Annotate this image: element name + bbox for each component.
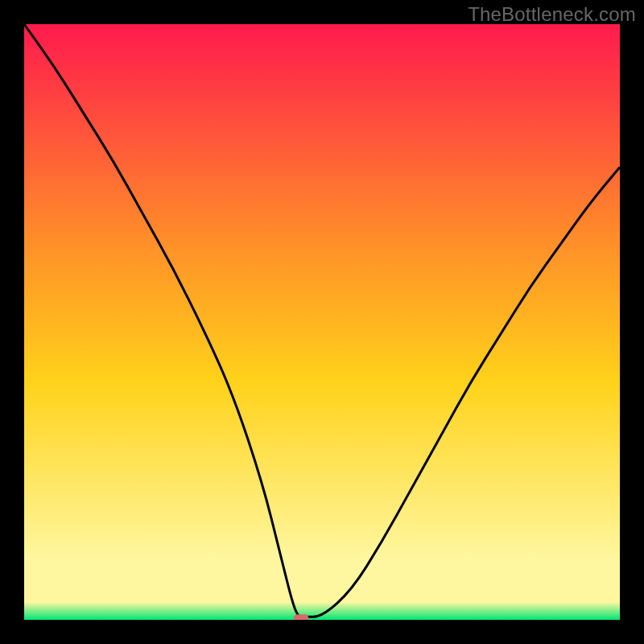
plot-background xyxy=(24,24,620,620)
frame-right xyxy=(620,0,644,644)
frame-bottom xyxy=(0,620,644,644)
frame-left xyxy=(0,0,24,644)
bottleneck-chart xyxy=(0,0,644,644)
watermark-text: TheBottleneck.com xyxy=(468,3,636,26)
